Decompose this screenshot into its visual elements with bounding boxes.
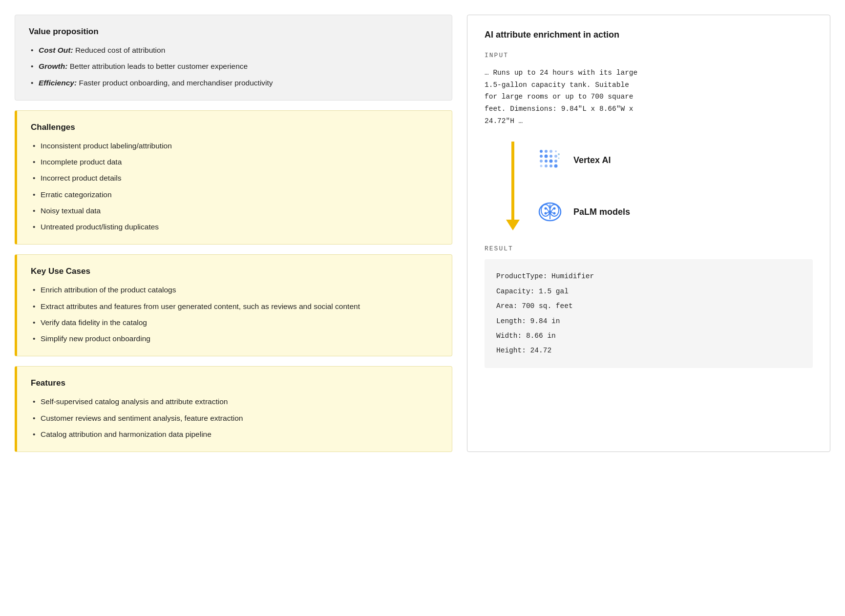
result-line-2: Area: 700 sq. feet — [496, 299, 801, 313]
svg-point-14 — [549, 164, 552, 167]
result-section: RESULT ProductType: Humidifier Capacity:… — [485, 245, 813, 368]
challenges-section: Challenges Inconsistent product labeling… — [15, 110, 452, 245]
list-item: Incorrect product details — [31, 172, 438, 184]
vp-item3-bold: Efficiency: — [39, 79, 77, 87]
svg-point-1 — [545, 150, 548, 153]
list-item: Incomplete product data — [31, 156, 438, 167]
list-item: Untreated product/listing duplicates — [31, 221, 438, 232]
svg-point-9 — [545, 160, 548, 163]
vp-item1-bold: Cost Out: — [39, 46, 73, 54]
list-item: Enrich attribution of the product catalo… — [31, 284, 438, 295]
list-item: Extract attributes and features from use… — [31, 301, 438, 312]
vertex-ai-label: Vertex AI — [573, 155, 611, 165]
list-item: Inconsistent product labeling/attributio… — [31, 140, 438, 151]
palm-models-label: PaLM models — [573, 207, 630, 217]
svg-point-24 — [545, 212, 547, 215]
list-item: Cost Out: Reduced cost of attribution — [29, 44, 438, 56]
svg-point-3 — [555, 150, 557, 152]
result-line-1: Capacity: 1.5 gal — [496, 284, 801, 299]
result-line-0: ProductType: Humidifier — [496, 269, 801, 284]
svg-point-16 — [558, 153, 560, 155]
svg-point-12 — [540, 165, 543, 167]
list-item: Catalog attribution and harmonization da… — [31, 429, 438, 440]
result-label: RESULT — [485, 245, 813, 252]
list-item: Self-supervised catalog analysis and att… — [31, 396, 438, 407]
list-item: Verify data fidelity in the catalog — [31, 317, 438, 328]
list-item: Efficiency: Faster product onboarding, a… — [29, 77, 438, 88]
svg-point-17 — [558, 158, 560, 159]
vertex-ai-item: Vertex AI — [535, 142, 813, 179]
svg-line-28 — [551, 208, 553, 212]
vertex-ai-icon — [535, 145, 565, 175]
right-panel-title: AI attribute enrichment in action — [485, 30, 813, 40]
arrow-body-top — [511, 142, 514, 220]
left-panel: Value proposition Cost Out: Reduced cost… — [15, 15, 452, 452]
vp-item2-rest: Better attribution leads to better custo… — [67, 62, 248, 70]
list-item: Simplify new product onboarding — [31, 333, 438, 344]
svg-point-25 — [553, 212, 556, 215]
vp-item2-bold: Growth: — [39, 62, 67, 70]
palm-models-icon — [535, 197, 565, 226]
svg-point-11 — [554, 160, 557, 163]
flow-arrow — [504, 142, 522, 230]
value-proposition-list: Cost Out: Reduced cost of attribution Gr… — [29, 44, 438, 88]
features-title: Features — [31, 378, 438, 388]
svg-point-6 — [549, 155, 552, 158]
result-line-5: Height: 24.72 — [496, 343, 801, 358]
svg-line-30 — [551, 212, 553, 213]
input-label: INPUT — [485, 52, 813, 59]
vp-item3-rest: Faster product onboarding, and merchandi… — [77, 79, 273, 87]
input-section: INPUT … Runs up to 24 hours with its lar… — [485, 52, 813, 127]
svg-line-29 — [547, 212, 549, 213]
list-item: Customer reviews and sentiment analysis,… — [31, 412, 438, 424]
value-proposition-title: Value proposition — [29, 27, 438, 37]
result-code-block: ProductType: Humidifier Capacity: 1.5 ga… — [485, 259, 813, 368]
key-use-cases-title: Key Use Cases — [31, 267, 438, 276]
features-section: Features Self-supervised catalog analysi… — [15, 366, 452, 452]
ai-items-column: Vertex AI — [522, 142, 813, 230]
challenges-list: Inconsistent product labeling/attributio… — [31, 140, 438, 233]
vp-item1-rest: Reduced cost of attribution — [73, 46, 166, 54]
svg-point-0 — [540, 150, 543, 153]
features-list: Self-supervised catalog analysis and att… — [31, 396, 438, 440]
challenges-title: Challenges — [31, 123, 438, 132]
svg-point-10 — [549, 160, 553, 163]
value-proposition-section: Value proposition Cost Out: Reduced cost… — [15, 15, 452, 101]
result-line-4: Width: 8.66 in — [496, 329, 801, 343]
flow-section: Vertex AI — [504, 142, 813, 230]
palm-models-item: PaLM models — [535, 193, 813, 230]
main-container: Value proposition Cost Out: Reduced cost… — [15, 15, 830, 452]
result-line-3: Length: 9.84 in — [496, 314, 801, 329]
svg-point-8 — [540, 160, 543, 163]
list-item: Growth: Better attribution leads to bett… — [29, 61, 438, 72]
list-item: Noisy textual data — [31, 205, 438, 216]
arrow-head — [506, 220, 520, 230]
svg-point-15 — [554, 164, 558, 168]
list-item: Erratic categorization — [31, 189, 438, 200]
svg-point-5 — [545, 155, 548, 158]
svg-point-13 — [545, 164, 548, 167]
svg-line-27 — [547, 208, 549, 212]
svg-point-22 — [545, 207, 547, 210]
svg-point-4 — [540, 155, 543, 158]
svg-point-23 — [553, 207, 556, 210]
input-text: … Runs up to 24 hours with its large1.5-… — [485, 67, 813, 127]
svg-point-7 — [554, 155, 557, 158]
key-use-cases-list: Enrich attribution of the product catalo… — [31, 284, 438, 344]
svg-point-2 — [549, 150, 552, 153]
key-use-cases-section: Key Use Cases Enrich attribution of the … — [15, 254, 452, 356]
right-panel: AI attribute enrichment in action INPUT … — [467, 15, 830, 452]
